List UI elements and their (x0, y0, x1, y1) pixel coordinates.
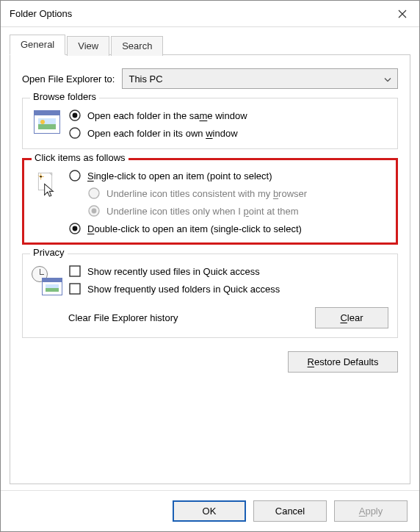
radio-underline-point-label: Underline icon titles only when I point … (106, 206, 299, 217)
group-browse-folders-legend: Browse folders (30, 91, 99, 102)
group-browse-folders: Browse folders Open each folder in the s… (22, 98, 398, 149)
radio-double-click[interactable]: Double-click to open an item (single-cli… (68, 222, 388, 235)
check-recent-files[interactable]: Show recently used files in Quick access (68, 265, 388, 278)
svg-rect-11 (70, 284, 80, 294)
radio-icon (68, 126, 82, 140)
check-recent-files-label: Show recently used files in Quick access (87, 266, 260, 277)
tab-search[interactable]: Search (111, 36, 163, 56)
radio-icon (87, 204, 101, 218)
cancel-button[interactable]: Cancel (253, 500, 327, 522)
radio-same-window[interactable]: Open each folder in the same window (68, 109, 388, 122)
radio-icon (68, 109, 82, 122)
cursor-icon (32, 169, 62, 235)
history-icon (32, 265, 62, 328)
svg-point-5 (89, 188, 99, 198)
client-area: General View Search Open File Explorer t… (1, 27, 419, 490)
apply-button[interactable]: Apply (334, 500, 408, 522)
radio-same-window-label: Open each folder in the same window (87, 110, 247, 121)
window-title: Folder Options (10, 8, 385, 19)
ok-button[interactable]: OK (173, 500, 246, 522)
svg-rect-10 (70, 266, 80, 276)
tab-view[interactable]: View (67, 36, 109, 56)
svg-point-4 (70, 170, 80, 181)
radio-double-click-label: Double-click to open an item (single-cli… (87, 223, 302, 234)
svg-point-9 (73, 226, 78, 231)
open-explorer-row: Open File Explorer to: This PC (22, 68, 398, 89)
clear-history-label: Clear File Explorer history (68, 312, 178, 323)
check-frequent-folders-label: Show frequently used folders in Quick ac… (87, 284, 280, 295)
close-icon (398, 10, 407, 18)
radio-own-window[interactable]: Open each folder in its own window (68, 126, 388, 140)
restore-defaults-button[interactable]: Restore Defaults (288, 351, 398, 373)
dialog-footer: OK Cancel Apply (1, 490, 419, 531)
titlebar: Folder Options (1, 1, 419, 27)
svg-point-7 (92, 209, 97, 214)
radio-underline-browser-label: Underline icon titles consistent with my… (106, 188, 307, 199)
radio-single-click-label: Single-click to open an item (point to s… (87, 170, 272, 181)
tab-general[interactable]: General (10, 35, 65, 55)
svg-point-2 (70, 128, 80, 138)
open-explorer-label: Open File Explorer to: (22, 73, 115, 85)
svg-point-1 (73, 113, 78, 118)
group-privacy: Privacy Show recently used files in Quic… (22, 254, 398, 338)
open-explorer-select[interactable]: This PC (122, 68, 398, 89)
radio-icon (87, 187, 101, 200)
checkbox-icon (68, 282, 82, 295)
radio-own-window-label: Open each folder in its own window (87, 128, 238, 139)
folder-options-dialog: Folder Options General View Search Open … (0, 0, 420, 532)
radio-icon (68, 169, 82, 182)
folder-window-icon (32, 109, 62, 140)
open-explorer-value: This PC (128, 73, 162, 85)
group-privacy-legend: Privacy (30, 247, 68, 258)
chevron-down-icon (384, 73, 391, 85)
group-click-items: Click items as follows (22, 158, 398, 245)
radio-icon (68, 222, 82, 235)
radio-underline-browser: Underline icon titles consistent with my… (87, 187, 388, 200)
group-click-items-legend: Click items as follows (32, 152, 128, 163)
checkbox-icon (68, 265, 82, 278)
tab-panel-general: Open File Explorer to: This PC Browse fo… (10, 54, 410, 484)
check-frequent-folders[interactable]: Show frequently used folders in Quick ac… (68, 282, 388, 295)
radio-single-click[interactable]: Single-click to open an item (point to s… (68, 169, 388, 182)
tabstrip: General View Search (10, 35, 410, 55)
clear-button[interactable]: Clear (315, 307, 388, 328)
close-button[interactable] (385, 1, 419, 27)
radio-underline-point: Underline icon titles only when I point … (87, 204, 388, 218)
